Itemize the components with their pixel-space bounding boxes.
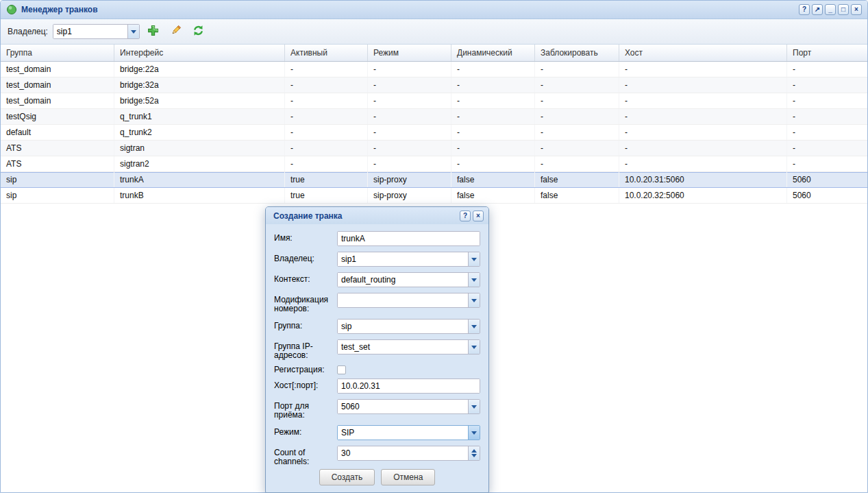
host-port-input[interactable] bbox=[338, 379, 480, 393]
listen-port-label: Порт для приёма: bbox=[274, 399, 337, 420]
dialog-help-button[interactable]: ? bbox=[460, 211, 471, 221]
minimize-button[interactable]: _ bbox=[825, 4, 836, 15]
pin-button[interactable]: ↗ bbox=[812, 4, 823, 15]
column-header-8[interactable]: Порт bbox=[787, 45, 867, 61]
window-titlebar[interactable]: Менеджер транков ? ↗ _ □ × bbox=[1, 1, 867, 19]
table-row[interactable]: defaultq_trunk2------ bbox=[1, 125, 867, 141]
table-cell: - bbox=[451, 62, 535, 77]
maximize-button[interactable]: □ bbox=[838, 4, 849, 15]
dialog-title: Создание транка bbox=[273, 211, 460, 221]
table-cell: - bbox=[368, 109, 451, 124]
table-cell: - bbox=[787, 125, 867, 140]
table-cell: - bbox=[368, 141, 451, 156]
chevron-down-icon[interactable] bbox=[127, 25, 139, 38]
table-row[interactable]: ATSsigtran------ bbox=[1, 141, 867, 156]
ip-group-input[interactable] bbox=[338, 340, 468, 354]
trunk-name-input[interactable] bbox=[338, 232, 480, 245]
table-cell: ATS bbox=[1, 156, 114, 171]
chevron-down-icon[interactable] bbox=[468, 340, 480, 354]
table-cell: sip-proxy bbox=[368, 172, 451, 187]
table-row[interactable]: test_domainbridge:22a------ bbox=[1, 62, 867, 77]
table-cell: - bbox=[787, 156, 867, 171]
table-cell: - bbox=[285, 125, 368, 140]
column-header-7[interactable]: Хост bbox=[619, 45, 787, 61]
table-cell: sigtran bbox=[114, 141, 285, 156]
dialog-close-button[interactable]: × bbox=[473, 211, 484, 221]
owner-combo[interactable] bbox=[53, 24, 140, 39]
chevron-down-icon[interactable] bbox=[468, 400, 480, 413]
table-row[interactable]: siptrunkBtruesip-proxyfalsefalse10.0.20.… bbox=[1, 188, 867, 204]
table-cell: - bbox=[285, 141, 368, 156]
table-cell: - bbox=[451, 77, 535, 93]
close-button[interactable]: × bbox=[851, 4, 862, 15]
table-cell: - bbox=[368, 77, 451, 93]
column-header-3[interactable]: Активный bbox=[285, 45, 368, 61]
table-cell: - bbox=[451, 109, 535, 124]
refresh-button[interactable] bbox=[190, 23, 208, 40]
table-cell: false bbox=[451, 172, 535, 187]
table-cell: q_trunk2 bbox=[114, 125, 285, 140]
column-header-6[interactable]: Заблокировать bbox=[535, 45, 619, 61]
chevron-down-icon[interactable] bbox=[468, 426, 480, 440]
create-button[interactable]: Создать bbox=[319, 469, 375, 485]
table-cell: true bbox=[285, 172, 368, 187]
channel-count-input[interactable] bbox=[338, 446, 468, 460]
table-row[interactable]: test_domainbridge:32a------ bbox=[1, 77, 867, 93]
table-cell: trunkB bbox=[114, 188, 285, 203]
table-cell: - bbox=[285, 109, 368, 124]
table-cell: test_domain bbox=[1, 62, 114, 77]
help-button[interactable]: ? bbox=[799, 4, 810, 15]
table-cell: false bbox=[451, 188, 535, 203]
table-cell: - bbox=[787, 62, 867, 77]
table-cell: q_trunk1 bbox=[114, 109, 285, 124]
chevron-down-icon[interactable] bbox=[468, 320, 480, 333]
cancel-button[interactable]: Отмена bbox=[381, 469, 435, 485]
table-cell: - bbox=[787, 141, 867, 156]
table-cell: - bbox=[619, 62, 787, 77]
table-cell: - bbox=[535, 141, 619, 156]
number-modification-input[interactable] bbox=[338, 293, 468, 307]
table-cell: - bbox=[619, 141, 787, 156]
table-cell: - bbox=[285, 77, 368, 93]
table-cell: - bbox=[451, 156, 535, 171]
trunk-name-label: Имя: bbox=[274, 231, 337, 243]
toolbar: Владелец: bbox=[1, 19, 867, 45]
table-cell: - bbox=[535, 62, 619, 77]
window-title: Менеджер транков bbox=[21, 5, 799, 14]
mode-input[interactable] bbox=[338, 426, 468, 440]
listen-port-input[interactable] bbox=[338, 400, 468, 413]
owner-combo-input[interactable] bbox=[53, 25, 127, 38]
table-cell: - bbox=[285, 93, 368, 108]
column-header-4[interactable]: Режим bbox=[368, 45, 451, 61]
table-cell: - bbox=[787, 93, 867, 108]
edit-trunk-button[interactable] bbox=[167, 23, 185, 40]
context-input[interactable] bbox=[338, 273, 468, 287]
chevron-down-icon[interactable] bbox=[468, 252, 480, 266]
dialog-titlebar[interactable]: Создание транка ? × bbox=[266, 207, 488, 224]
table-cell: bridge:22a bbox=[114, 62, 285, 77]
table-cell: - bbox=[285, 62, 368, 77]
column-header-5[interactable]: Динамический bbox=[451, 45, 535, 61]
grid-header: ГруппаИнтерфейсАктивныйРежимДинамический… bbox=[1, 45, 867, 62]
table-cell: 10.0.20.31:5060 bbox=[619, 172, 787, 187]
host-port-label: Хост[:порт]: bbox=[274, 378, 337, 390]
owner-input[interactable] bbox=[338, 252, 468, 266]
table-cell: - bbox=[619, 109, 787, 124]
app-icon bbox=[6, 4, 17, 15]
table-row[interactable]: testQsigq_trunk1------ bbox=[1, 109, 867, 125]
chevron-down-icon[interactable] bbox=[468, 293, 480, 307]
table-row[interactable]: ATSsigtran2------ bbox=[1, 156, 867, 172]
add-trunk-button[interactable] bbox=[145, 23, 162, 40]
context-label: Контекст: bbox=[274, 272, 337, 284]
group-input[interactable] bbox=[338, 320, 468, 333]
table-cell: - bbox=[619, 125, 787, 140]
table-row[interactable]: test_domainbridge:52a------ bbox=[1, 93, 867, 109]
registration-checkbox[interactable] bbox=[337, 365, 346, 374]
table-cell: - bbox=[368, 93, 451, 108]
spinner-buttons[interactable] bbox=[468, 446, 480, 460]
chevron-down-icon[interactable] bbox=[468, 273, 480, 287]
column-header-1[interactable]: Группа bbox=[1, 45, 114, 61]
table-row[interactable]: siptrunkAtruesip-proxyfalsefalse10.0.20.… bbox=[1, 172, 867, 188]
column-header-2[interactable]: Интерфейс bbox=[114, 45, 285, 61]
table-cell: - bbox=[451, 93, 535, 108]
